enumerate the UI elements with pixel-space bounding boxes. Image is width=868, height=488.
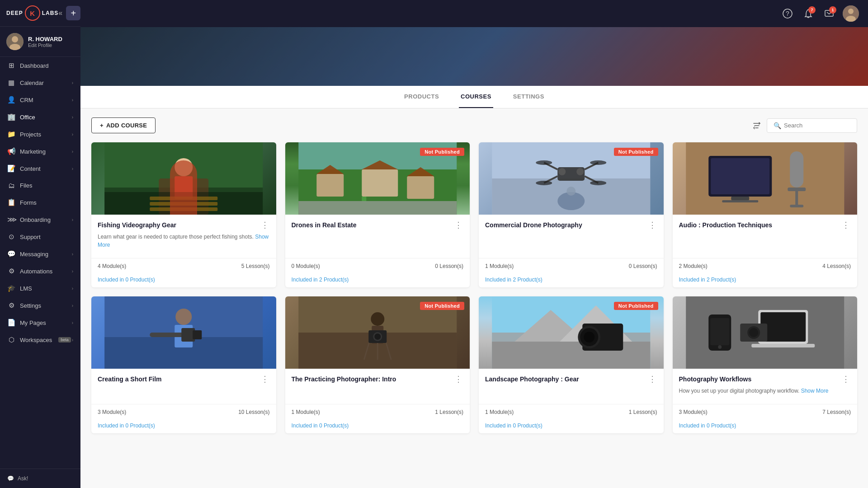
chevron-right-icon: › — [72, 115, 73, 120]
card-footer: 0 Module(s) 0 Lesson(s) — [285, 258, 470, 274]
included-products-link[interactable]: Included in 0 Product(s) — [98, 277, 155, 283]
sidebar-item-label: Calendar — [20, 80, 44, 86]
notifications-icon[interactable]: 7 — [801, 6, 816, 21]
sidebar-item-calendar[interactable]: ▦ Calendar › — [0, 74, 80, 91]
sidebar-item-support[interactable]: ⊙ Support — [0, 228, 80, 245]
sidebar-item-forms[interactable]: 📋 Forms — [0, 194, 80, 211]
course-description — [292, 233, 464, 249]
course-thumbnail: Not Published — [285, 142, 470, 215]
course-menu-button[interactable]: ⋮ — [453, 375, 463, 383]
sidebar-item-crm[interactable]: 👤 CRM › — [0, 91, 80, 108]
add-new-button[interactable]: + — [66, 6, 80, 20]
main-content: ? 7 1 PRODUCTS C — [80, 0, 868, 488]
user-info: R. HOWARD Edit Profile — [28, 36, 62, 48]
card-footer: 2 Module(s) 4 Lesson(s) — [673, 258, 858, 274]
course-thumbnail — [91, 296, 276, 369]
help-icon[interactable]: ? — [780, 6, 795, 21]
sidebar-item-automations[interactable]: ⚙ Automations › — [0, 263, 80, 280]
svg-point-12 — [175, 158, 193, 176]
course-title: Photography Workflows — [679, 375, 752, 383]
module-count: 1 Module(s) — [292, 409, 320, 415]
course-menu-button[interactable]: ⋮ — [453, 221, 463, 229]
sidebar-item-label: Workspaces — [20, 337, 52, 343]
included-products-link[interactable]: Included in 0 Product(s) — [485, 422, 542, 429]
course-menu-button[interactable]: ⋮ — [647, 221, 657, 229]
course-title: Fishing Videography Gear — [98, 221, 176, 229]
card-body: Fishing Videography Gear ⋮ Learn what ge… — [91, 215, 276, 258]
toolbar: + ADD COURSE 🔍 — [91, 117, 857, 133]
lesson-count: 10 Lesson(s) — [238, 409, 269, 415]
course-menu-button[interactable]: ⋮ — [841, 375, 851, 383]
tab-products[interactable]: PRODUCTS — [402, 86, 441, 108]
sidebar-item-files[interactable]: 🗂 Files — [0, 177, 80, 194]
search-input[interactable] — [784, 122, 850, 129]
course-card: Not Published Landscape Photography : Ge… — [479, 296, 664, 433]
course-description — [485, 387, 657, 395]
included-products-link[interactable]: Included in 0 Product(s) — [679, 422, 736, 429]
included-products-link[interactable]: Included in 0 Product(s) — [98, 422, 155, 429]
sidebar-item-office[interactable]: 🏢 Office › — [0, 108, 80, 126]
sidebar-item-projects[interactable]: 📁 Projects › — [0, 126, 80, 143]
svg-point-89 — [749, 328, 758, 337]
svg-rect-52 — [722, 200, 758, 202]
sidebar-item-label: Settings — [20, 302, 41, 309]
content-icon: 📝 — [7, 164, 15, 173]
course-thumbnail: Not Published — [479, 296, 664, 369]
svg-rect-48 — [790, 205, 803, 207]
sidebar-item-dashboard[interactable]: ⊞ Dashboard — [0, 57, 80, 74]
course-description — [485, 233, 657, 249]
included-products-link[interactable]: Included in 2 Product(s) — [485, 277, 542, 283]
course-menu-button[interactable]: ⋮ — [260, 221, 270, 229]
course-thumbnail — [673, 296, 858, 369]
included-products-link[interactable]: Included in 0 Product(s) — [292, 422, 349, 429]
sidebar-item-content[interactable]: 📝 Content › — [0, 160, 80, 177]
card-footer: 3 Module(s) 10 Lesson(s) — [91, 404, 276, 420]
sidebar-item-messaging[interactable]: 💬 Messaging › — [0, 245, 80, 263]
logo-deep: DEEP — [6, 10, 23, 16]
included-products: Included in 0 Product(s) — [285, 420, 470, 433]
included-products: Included in 0 Product(s) — [91, 420, 276, 433]
lesson-count: 1 Lesson(s) — [629, 409, 657, 415]
collapse-sidebar-button[interactable]: « — [58, 9, 62, 17]
course-menu-button[interactable]: ⋮ — [841, 221, 851, 229]
tab-settings[interactable]: SETTINGS — [511, 86, 546, 108]
svg-rect-27 — [362, 197, 366, 201]
sort-button[interactable] — [752, 121, 761, 130]
sidebar-item-marketing[interactable]: 📢 Marketing › — [0, 143, 80, 160]
svg-point-42 — [566, 187, 576, 196]
add-course-button[interactable]: + ADD COURSE — [91, 117, 156, 133]
sidebar-item-settings[interactable]: ⚙ Settings › — [0, 297, 80, 314]
sidebar-item-lms[interactable]: 🎓 LMS › — [0, 280, 80, 297]
sidebar-item-label: LMS — [20, 285, 32, 292]
user-avatar-topbar[interactable] — [843, 5, 859, 22]
plus-icon: + — [100, 122, 104, 129]
edit-profile-link[interactable]: Edit Profile — [28, 42, 62, 48]
sidebar-item-workspaces[interactable]: ⬡ Workspaces beta › — [0, 331, 80, 348]
svg-rect-85 — [710, 318, 729, 345]
logo-icon: K — [25, 5, 40, 21]
toolbar-right: 🔍 — [752, 118, 857, 133]
show-more-link[interactable]: Show More — [801, 388, 829, 394]
chevron-right-icon: › — [72, 166, 73, 171]
sidebar-item-my-pages[interactable]: 📄 My Pages › — [0, 314, 80, 331]
card-footer: 3 Module(s) 7 Lesson(s) — [673, 404, 858, 420]
included-products-link[interactable]: Included in 2 Product(s) — [292, 277, 349, 283]
included-products: Included in 2 Product(s) — [673, 274, 858, 287]
module-count: 2 Module(s) — [679, 263, 708, 269]
message-count: 1 — [829, 6, 836, 14]
lesson-count: 4 Lesson(s) — [822, 263, 851, 269]
sidebar-item-label: Marketing — [20, 148, 46, 155]
included-products: Included in 0 Product(s) — [91, 274, 276, 287]
course-menu-button[interactable]: ⋮ — [260, 375, 270, 383]
included-products-link[interactable]: Included in 2 Product(s) — [679, 277, 736, 283]
course-title: Commercial Drone Photography — [485, 221, 582, 229]
messages-icon[interactable]: 1 — [822, 6, 836, 21]
tab-courses[interactable]: COURSES — [459, 86, 493, 108]
svg-rect-22 — [362, 169, 398, 197]
show-more-link[interactable]: Show More — [98, 234, 269, 248]
ask-button[interactable]: 💬 Ask! — [0, 469, 80, 488]
sidebar-item-onboarding[interactable]: ⋙ Onboarding › — [0, 211, 80, 228]
logo: DEEP K LABS — [6, 5, 58, 21]
sidebar-item-label: Support — [20, 234, 41, 240]
course-menu-button[interactable]: ⋮ — [647, 375, 657, 383]
